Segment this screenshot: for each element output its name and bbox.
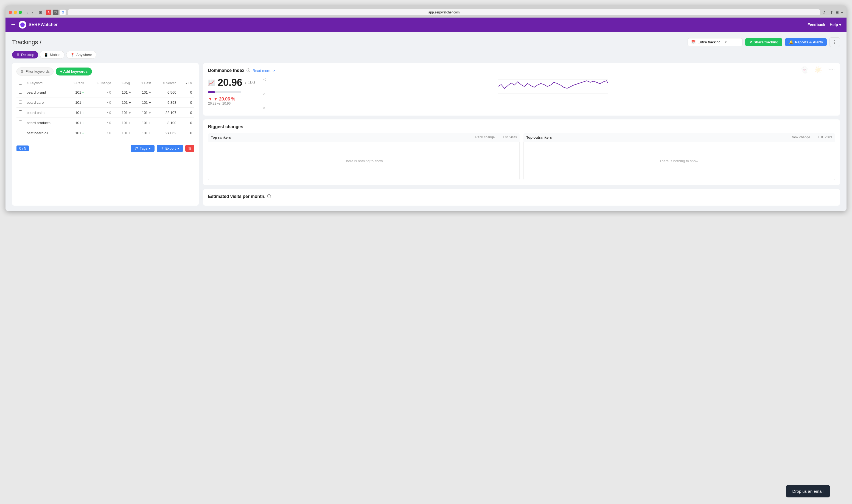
refresh-button[interactable]: ↺	[822, 10, 826, 15]
calendar-icon: 📅	[691, 40, 695, 44]
chart-label-0: 0	[263, 106, 270, 110]
footer-actions: 🏷 Tags ▾ ⬇ Export ▾ 🗑	[131, 145, 194, 152]
row-change: • 0	[86, 128, 113, 138]
window-controls	[9, 11, 22, 14]
tracking-selector[interactable]: 📅 Entire tracking ▾	[688, 38, 742, 46]
row-best: 101 +	[133, 108, 153, 118]
row-search: 8,100	[153, 118, 179, 128]
add-button[interactable]: +	[841, 10, 843, 15]
col-change[interactable]: ⇅ Change	[86, 79, 113, 87]
row-avg: 101 +	[113, 128, 133, 138]
tab-mobile[interactable]: 📱 Mobile	[40, 51, 65, 59]
outrankers-rank-change-label: Rank change	[791, 135, 810, 140]
score-bar-fill	[208, 91, 215, 93]
col-checkbox[interactable]	[16, 79, 24, 87]
est-visits-info-icon[interactable]: ⓘ	[267, 194, 271, 199]
row-select-checkbox-2[interactable]	[19, 110, 22, 114]
export-icon: ⬇	[161, 146, 164, 150]
col-avg[interactable]: ⇅ Avg.	[113, 79, 133, 87]
help-link[interactable]: Help ▾	[830, 22, 841, 27]
dominance-score-section: 📈 20.96 / 100	[208, 77, 257, 111]
external-link-icon: ↗	[272, 69, 275, 73]
keywords-table: ⇅ Keyword ⇅ Rank ⇅ Change ⇅ Avg. ⇅ Best …	[16, 79, 194, 138]
row-avg: 101 +	[113, 97, 133, 108]
row-checkbox[interactable]	[16, 87, 24, 97]
app-name: SERPWatcher	[29, 22, 58, 27]
delete-icon: 🗑	[188, 146, 192, 150]
pagination-info: 0 / 5	[16, 145, 29, 151]
bell-icon: 🔔	[789, 40, 793, 44]
two-column-layout: ⚙ Filter keywords + Add keywords ⇅ Keywo…	[12, 63, 840, 205]
nav-buttons: ‹ ›	[25, 10, 34, 15]
info-icon[interactable]: ⓘ	[247, 68, 250, 73]
row-checkbox[interactable]	[16, 108, 24, 118]
tab-anywhere[interactable]: 📍 Anywhere	[66, 51, 96, 59]
minimize-dot[interactable]	[14, 11, 17, 14]
tags-button[interactable]: 🏷 Tags ▾	[131, 145, 155, 152]
read-more-link[interactable]: Read more. ↗	[253, 69, 275, 73]
export-chevron-icon: ▾	[177, 146, 179, 150]
top-rankers-subheaders: Rank change Est. visits	[475, 135, 517, 140]
row-rank: 101 +	[65, 97, 86, 108]
row-checkbox[interactable]	[16, 128, 24, 138]
share-browser-button[interactable]: ⬆	[830, 10, 833, 15]
ghost-icon: 👻	[800, 66, 809, 74]
biggest-changes-title: Biggest changes	[208, 124, 835, 129]
keywords-toolbar: ⚙ Filter keywords + Add keywords	[16, 68, 194, 75]
desktop-label: Desktop	[21, 53, 34, 57]
top-outrankers-subheaders: Rank change Est. visits	[791, 135, 832, 140]
top-rankers-empty: There is nothing to show.	[344, 159, 384, 163]
est-visits-label: Est. visits	[503, 135, 517, 140]
select-all-checkbox[interactable]	[19, 81, 22, 85]
row-keyword: beard care	[24, 97, 65, 108]
tab-grid-button[interactable]: ⊞	[38, 10, 44, 15]
estimated-visits-title: Estimated visits per month. ⓘ	[208, 194, 835, 199]
row-select-checkbox-4[interactable]	[19, 131, 22, 134]
export-button[interactable]: ⬇ Export ▾	[157, 145, 183, 152]
add-keywords-button[interactable]: + Add keywords	[56, 68, 92, 75]
mobile-icon: 📱	[44, 53, 48, 57]
col-best[interactable]: ⇅ Best	[133, 79, 153, 87]
more-options-button[interactable]: ⋮	[830, 37, 840, 47]
browser-window: ‹ › ⊞ A 🛡 G ↺ ⬆ ⊞ + ☰ SERPWatcher	[5, 5, 847, 211]
top-rankers-title: Top rankers	[211, 135, 231, 140]
filter-keywords-button[interactable]: ⚙ Filter keywords	[16, 68, 54, 75]
feedback-link[interactable]: Feedback	[808, 22, 826, 27]
share-tracking-button[interactable]: ↗ Share tracking	[745, 38, 782, 46]
chart-label-20: 20	[263, 92, 270, 95]
sun-icon: ☀️	[814, 66, 822, 74]
menu-button[interactable]: ☰	[11, 22, 15, 28]
row-checkbox[interactable]	[16, 118, 24, 128]
device-tabs: 🖥 Desktop 📱 Mobile 📍 Anywhere	[12, 51, 840, 59]
row-change: • 0	[86, 97, 113, 108]
chart-label-40: 40	[263, 78, 270, 81]
dominance-card-header: Dominance Index ⓘ Read more. ↗	[208, 68, 835, 73]
url-bar[interactable]	[68, 9, 820, 15]
col-rank[interactable]: ⇅ Rank	[65, 79, 86, 87]
row-rank: 101 +	[65, 108, 86, 118]
rank-change-label: Rank change	[475, 135, 495, 140]
col-keyword[interactable]: ⇅ Keyword	[24, 79, 65, 87]
row-select-checkbox-0[interactable]	[19, 90, 22, 94]
header-row: ⇅ Keyword ⇅ Rank ⇅ Change ⇅ Avg. ⇅ Best …	[16, 79, 194, 87]
wave-icon: 〰	[828, 66, 834, 74]
score-value: 20.96	[218, 77, 242, 88]
delete-button[interactable]: 🗑	[185, 145, 194, 152]
row-checkbox[interactable]	[16, 97, 24, 108]
col-search[interactable]: ⇅ Search	[153, 79, 179, 87]
back-button[interactable]: ‹	[25, 10, 29, 15]
row-avg: 101 +	[113, 87, 133, 97]
tab-desktop[interactable]: 🖥 Desktop	[12, 51, 38, 58]
row-select-checkbox-1[interactable]	[19, 100, 22, 104]
row-select-checkbox-3[interactable]	[19, 121, 22, 124]
col-ev[interactable]: ▾ EV	[179, 79, 194, 87]
maximize-dot[interactable]	[19, 11, 22, 14]
new-tab-button[interactable]: ⊞	[836, 10, 839, 15]
close-dot[interactable]	[9, 11, 12, 14]
row-search: 6,560	[153, 87, 179, 97]
page-title: Trackings /	[12, 39, 41, 46]
reports-alerts-button[interactable]: 🔔 Reports & Alerts	[785, 38, 827, 46]
forward-button[interactable]: ›	[31, 10, 35, 15]
tracking-selector-label: Entire tracking	[698, 40, 721, 44]
row-ev: 0	[179, 97, 194, 108]
